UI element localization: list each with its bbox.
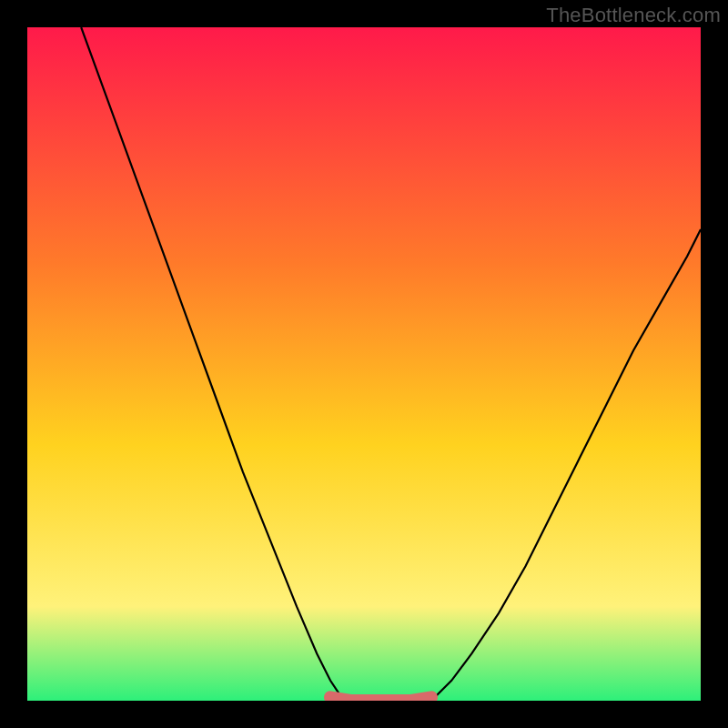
chart-plot [27, 27, 701, 701]
bottom-marker [330, 697, 431, 701]
outer-frame: TheBottleneck.com [0, 0, 728, 728]
watermark-text: TheBottleneck.com [546, 4, 721, 27]
gradient-background [27, 27, 701, 701]
chart-svg [27, 27, 701, 701]
